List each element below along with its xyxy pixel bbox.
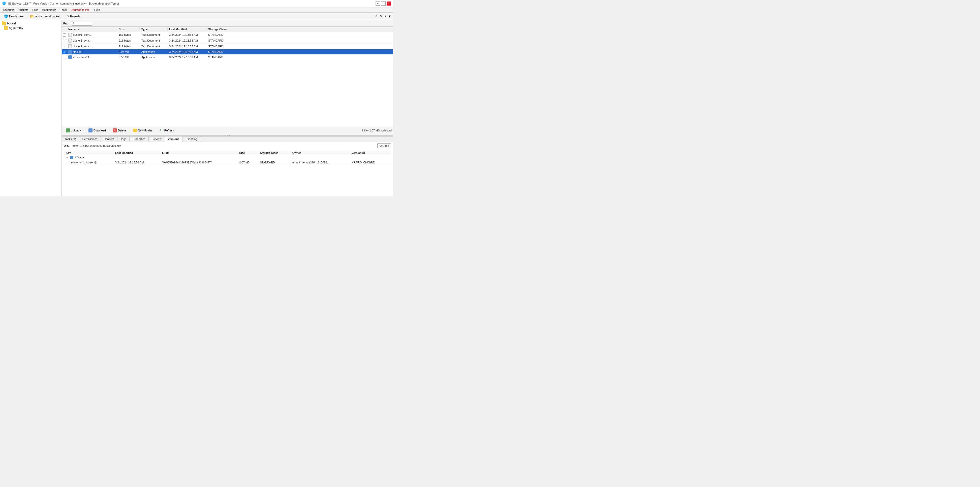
- row-type: Application: [140, 55, 168, 59]
- menu-upgrade[interactable]: Upgrade to Pro!: [68, 8, 92, 12]
- file-table-header: Name ▲ Size Type Last Modified Storage C…: [62, 27, 393, 32]
- toolbar-refresh-icon: ↻: [66, 14, 69, 18]
- action-toolbar: ↑ Upload ▾ ↓ Download ✕ Delete New Folde…: [62, 126, 393, 135]
- version-owner: tenant_demo (27041610751...: [290, 160, 350, 165]
- table-row[interactable]: s3browser-11... 9.58 MB Application 3/24…: [62, 55, 393, 60]
- refresh-label: Refresh: [164, 129, 174, 132]
- window-controls: − □ ✕: [375, 2, 391, 6]
- row-checkbox[interactable]: [62, 56, 67, 59]
- header-size[interactable]: Size: [117, 27, 140, 31]
- versions-content: Key Last Modified ETag Size Storage Clas…: [62, 149, 393, 197]
- tab-permissions[interactable]: Permissions: [80, 136, 101, 142]
- menu-buckets[interactable]: Buckets: [16, 8, 30, 12]
- copy-label: Copy: [382, 144, 389, 147]
- upload-label: Upload: [71, 129, 80, 132]
- tab-preview[interactable]: Preview: [149, 136, 165, 142]
- row-checkbox[interactable]: [62, 50, 67, 54]
- th-storage: Storage Class: [258, 151, 290, 155]
- row-type: Application: [140, 50, 168, 54]
- menu-bookmarks[interactable]: Bookmarks: [40, 8, 58, 12]
- close-button[interactable]: ✕: [387, 2, 391, 6]
- text-file-icon: [68, 38, 72, 43]
- filter-icon-button[interactable]: ▼: [387, 14, 392, 19]
- delete-button[interactable]: ✕ Delete: [110, 127, 129, 133]
- star-icon-button[interactable]: ☆: [374, 14, 378, 19]
- bucket-label: bucket: [7, 22, 16, 25]
- info-icon-button[interactable]: ℹ: [384, 14, 387, 19]
- row-type: Text Document: [140, 38, 168, 43]
- edit-icon-button[interactable]: ✎: [379, 14, 383, 19]
- text-file-icon: [68, 33, 72, 37]
- copy-url-button[interactable]: ⧉ Copy: [377, 143, 391, 148]
- maximize-button[interactable]: □: [381, 2, 386, 6]
- tab-tags[interactable]: Tags: [118, 136, 130, 142]
- tabs-bar: Tasks (1) Permissions Headers Tags Prope…: [62, 136, 393, 142]
- sg-dummy-folder-icon: [4, 26, 8, 30]
- row-size: 157 bytes: [117, 33, 140, 37]
- table-row[interactable]: hfs.exe 2.07 MB Application 3/24/2024 12…: [62, 49, 393, 55]
- tab-headers[interactable]: Headers: [101, 136, 118, 142]
- row-storage: STANDARD: [207, 38, 237, 43]
- title-bar: 🪣 S3 Browser 11.6.7 - Free Version (for …: [0, 0, 393, 7]
- sidebar-item-bucket[interactable]: bucket: [0, 21, 62, 26]
- row-checkbox[interactable]: [62, 45, 67, 48]
- row-storage: STANDARD: [207, 44, 237, 48]
- new-folder-button[interactable]: New Folder: [130, 128, 155, 133]
- path-bar: Path:: [62, 20, 393, 27]
- tab-versions[interactable]: Versions: [165, 136, 183, 142]
- th-versionid: Version Id: [350, 151, 391, 155]
- row-size: 9.58 MB: [117, 55, 140, 59]
- version-data-row[interactable]: revision #: 1 (current) 3/24/2024 12:13:…: [64, 160, 391, 165]
- sg-dummy-label: sg-dummy: [9, 26, 23, 30]
- header-modified[interactable]: Last Modified: [168, 27, 207, 31]
- file-list: cluster1_dem... 157 bytes Text Document …: [62, 32, 393, 126]
- path-label: Path:: [63, 22, 70, 25]
- table-row[interactable]: cluster1_svm... 211 bytes Text Document …: [62, 38, 393, 44]
- minimize-button[interactable]: −: [375, 2, 380, 6]
- table-row[interactable]: cluster1_svm... 211 bytes Text Document …: [62, 44, 393, 49]
- table-row[interactable]: cluster1_dem... 157 bytes Text Document …: [62, 32, 393, 38]
- versions-table: Key Last Modified ETag Size Storage Clas…: [64, 151, 391, 165]
- menu-help[interactable]: Help: [92, 8, 102, 12]
- new-bucket-button[interactable]: 🪣 New bucket: [2, 14, 26, 19]
- version-file-icon: [70, 156, 73, 159]
- header-name[interactable]: Name ▲: [67, 27, 117, 31]
- row-size: 2.07 MB: [117, 50, 140, 54]
- url-bar: URL: http://192.168.0.80:8080/bucket/hfs…: [62, 142, 393, 149]
- toolbar-refresh-button[interactable]: ↻ Refresh: [64, 14, 82, 19]
- row-checkbox[interactable]: [62, 33, 67, 36]
- refresh-button[interactable]: ↻ Refresh: [156, 127, 177, 133]
- copy-icon: ⧉: [380, 144, 382, 147]
- menu-accounts[interactable]: Accounts: [1, 8, 16, 12]
- window-title: S3 Browser 11.6.7 - Free Version (for no…: [8, 2, 119, 5]
- row-modified: 3/24/2024 12:13:53 AM: [168, 44, 207, 48]
- url-label: URL:: [64, 144, 70, 147]
- version-file-row[interactable]: ▼ hfs.exe: [64, 155, 391, 160]
- add-external-bucket-button[interactable]: 📂 Add external bucket: [28, 14, 62, 19]
- row-checkbox[interactable]: [62, 39, 67, 42]
- version-etag: "9e8557e98ed1269372ff0ace91d63477": [160, 160, 237, 165]
- url-value: http://192.168.0.80:8080/bucket/hfs.exe: [72, 144, 121, 147]
- row-name: cluster1_svm...: [67, 44, 117, 49]
- th-etag: ETag: [160, 151, 237, 155]
- path-input[interactable]: [72, 21, 92, 26]
- version-revision-key: revision #: 1 (current): [64, 160, 113, 165]
- header-storage[interactable]: Storage Class: [207, 27, 237, 31]
- row-name: hfs.exe: [67, 49, 117, 54]
- upload-dropdown-icon[interactable]: ▾: [80, 129, 81, 132]
- th-owner: Owner: [290, 151, 350, 155]
- tab-tasks[interactable]: Tasks (1): [62, 136, 80, 142]
- header-type[interactable]: Type: [140, 27, 168, 31]
- upload-button[interactable]: ↑ Upload ▾: [63, 127, 84, 133]
- menu-tools[interactable]: Tools: [58, 8, 69, 12]
- collapse-icon: ▼: [66, 156, 68, 159]
- right-panel: Path: Name ▲ Size Type Last Modified: [62, 20, 393, 197]
- tab-properties[interactable]: Properties: [130, 136, 148, 142]
- row-size: 211 bytes: [117, 38, 140, 43]
- sidebar-item-sg-dummy[interactable]: sg-dummy: [0, 26, 62, 30]
- download-button[interactable]: ↓ Download: [86, 127, 109, 133]
- bottom-panel: Tasks (1) Permissions Headers Tags Prope…: [62, 136, 393, 197]
- menu-files[interactable]: Files: [30, 8, 40, 12]
- status-bar: 1 file (2.07 MB) selected: [362, 129, 392, 132]
- tab-eventlog[interactable]: Event log: [183, 136, 200, 142]
